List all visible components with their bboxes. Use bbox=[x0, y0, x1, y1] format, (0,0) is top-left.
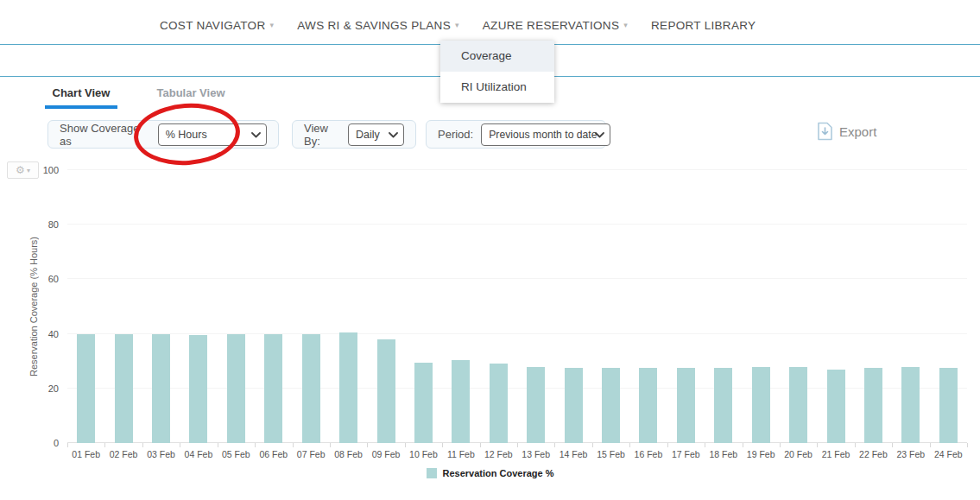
x-tick-label: 23 Feb bbox=[892, 449, 929, 459]
x-tick-label: 21 Feb bbox=[817, 449, 854, 459]
x-axis-tick bbox=[554, 443, 555, 447]
bar bbox=[152, 334, 170, 443]
x-tick-label: 17 Feb bbox=[667, 449, 705, 459]
x-axis-tick bbox=[67, 443, 68, 447]
x-axis-tick bbox=[629, 443, 630, 447]
bar bbox=[827, 370, 845, 443]
menu-item-coverage[interactable]: Coverage bbox=[440, 41, 554, 72]
x-axis-tick bbox=[255, 443, 256, 447]
tab-tabular-view[interactable]: Tabular View bbox=[152, 86, 230, 99]
bar bbox=[789, 367, 807, 443]
view-by-select[interactable]: Daily bbox=[348, 123, 404, 146]
gridline bbox=[67, 224, 967, 225]
x-tick-label: 15 Feb bbox=[592, 449, 629, 459]
x-tick-label: 14 Feb bbox=[554, 449, 591, 459]
period-label: Period: bbox=[438, 128, 473, 141]
legend-label: Reservation Coverage % bbox=[443, 468, 554, 478]
y-tick-label: 100 bbox=[36, 165, 59, 175]
select-value: Daily bbox=[356, 129, 380, 141]
period-select[interactable]: Previous month to date bbox=[481, 123, 610, 146]
document-download-icon bbox=[817, 122, 833, 141]
plot-area: 01 Feb02 Feb03 Feb04 Feb05 Feb06 Feb07 F… bbox=[67, 170, 967, 443]
x-axis-tick bbox=[892, 443, 893, 447]
export-button[interactable]: Export bbox=[817, 122, 876, 141]
nav-item-report-library[interactable]: REPORT LIBRARY bbox=[651, 12, 756, 32]
x-axis-tick bbox=[967, 443, 968, 447]
bar bbox=[752, 367, 770, 443]
select-value: Previous month to date bbox=[489, 129, 597, 141]
select-value: % Hours bbox=[166, 129, 207, 141]
menu-item-ri-utilization[interactable]: RI Utilization bbox=[440, 72, 554, 103]
x-tick-label: 04 Feb bbox=[180, 449, 217, 459]
bar bbox=[115, 334, 133, 443]
bar bbox=[639, 368, 657, 443]
x-tick-label: 22 Feb bbox=[855, 449, 892, 459]
bar bbox=[677, 368, 695, 443]
x-tick-label: 11 Feb bbox=[442, 449, 479, 459]
x-axis-tick bbox=[780, 443, 781, 447]
x-tick-label: 24 Feb bbox=[930, 449, 967, 459]
period-group: Period: Previous month to date bbox=[426, 120, 606, 149]
x-tick-label: 18 Feb bbox=[705, 449, 742, 459]
nav-item-aws-ri-savings-plans[interactable]: AWS RI & SAVINGS PLANS ▾ bbox=[297, 12, 458, 32]
bar bbox=[189, 335, 207, 443]
nav-item-azure-reservations[interactable]: AZURE RESERVATIONS ▾ bbox=[483, 12, 628, 32]
show-coverage-label: Show Coverage as bbox=[60, 122, 150, 148]
x-tick-label: 06 Feb bbox=[255, 449, 292, 459]
x-tick-label: 03 Feb bbox=[142, 449, 180, 459]
x-axis-tick bbox=[480, 443, 481, 447]
chevron-down-icon bbox=[595, 132, 604, 138]
x-tick-label: 07 Feb bbox=[293, 449, 330, 459]
chart-legend: Reservation Coverage % bbox=[0, 468, 980, 478]
x-axis-tick bbox=[330, 443, 331, 447]
coverage-chart: ⚙ ▾ Reservation Coverage (% Hours) 01 Fe… bbox=[0, 160, 980, 500]
x-axis-tick bbox=[293, 443, 294, 447]
chevron-down-icon bbox=[389, 132, 398, 138]
page: COST NAVIGATOR ▾ AWS RI & SAVINGS PLANS … bbox=[0, 0, 980, 500]
x-axis-tick bbox=[218, 443, 218, 447]
bar bbox=[939, 368, 958, 443]
x-tick-label: 20 Feb bbox=[780, 449, 817, 459]
bar bbox=[864, 368, 882, 443]
gridline bbox=[67, 333, 967, 334]
bar bbox=[901, 367, 920, 443]
nav-item-label: AZURE RESERVATIONS bbox=[483, 19, 619, 32]
nav-item-label: REPORT LIBRARY bbox=[651, 19, 756, 32]
top-nav: COST NAVIGATOR ▾ AWS RI & SAVINGS PLANS … bbox=[0, 0, 980, 45]
tab-chart-view[interactable]: Chart View bbox=[45, 86, 117, 109]
x-axis-tick bbox=[104, 443, 105, 447]
nav-item-label: COST NAVIGATOR bbox=[160, 19, 265, 32]
x-axis-tick bbox=[930, 443, 931, 447]
gridline bbox=[67, 278, 967, 279]
y-tick-label: 20 bbox=[36, 383, 59, 394]
y-axis-title: Reservation Coverage (% Hours) bbox=[28, 170, 39, 443]
x-tick-label: 12 Feb bbox=[480, 449, 517, 459]
bar bbox=[714, 368, 732, 443]
bar bbox=[565, 368, 583, 443]
x-axis-tick bbox=[743, 443, 743, 447]
x-axis-tick bbox=[667, 443, 668, 447]
x-axis-tick bbox=[517, 443, 518, 447]
x-axis-tick bbox=[855, 443, 856, 447]
view-by-group: View By: Daily bbox=[292, 120, 416, 149]
bar bbox=[602, 368, 620, 443]
chevron-down-icon: ▾ bbox=[623, 22, 628, 29]
y-tick-label: 60 bbox=[36, 274, 59, 284]
bar bbox=[452, 360, 470, 443]
x-axis-tick bbox=[142, 443, 143, 447]
show-coverage-as-select[interactable]: % Hours bbox=[158, 123, 267, 146]
x-tick-label: 10 Feb bbox=[405, 449, 442, 459]
bar bbox=[377, 339, 395, 443]
x-axis-tick bbox=[705, 443, 705, 447]
bar bbox=[527, 367, 545, 443]
x-tick-label: 19 Feb bbox=[743, 449, 780, 459]
y-tick-label: 40 bbox=[36, 329, 59, 339]
nav-item-cost-navigator[interactable]: COST NAVIGATOR ▾ bbox=[160, 12, 274, 32]
bar bbox=[227, 334, 245, 443]
gridline bbox=[67, 169, 967, 170]
export-label: Export bbox=[839, 124, 876, 139]
bar bbox=[302, 334, 320, 443]
x-tick-label: 08 Feb bbox=[330, 449, 367, 459]
x-axis-tick bbox=[592, 443, 593, 447]
bar bbox=[77, 334, 95, 443]
